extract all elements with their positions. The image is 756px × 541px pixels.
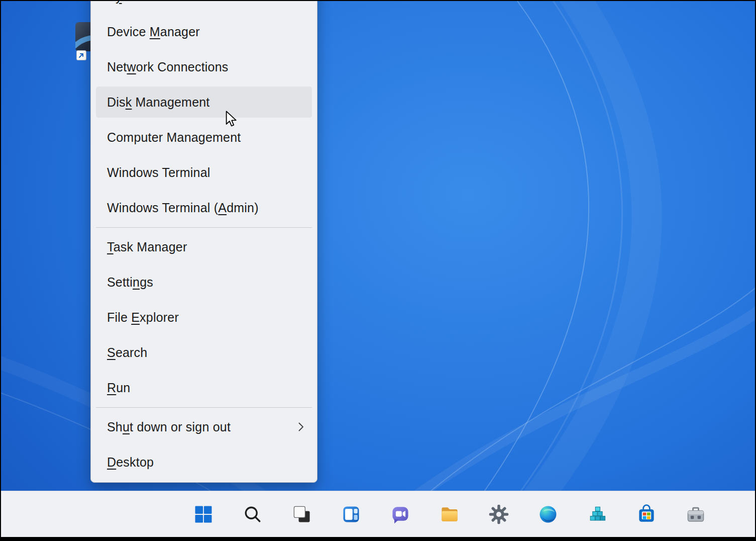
taskbar-button-chat[interactable] [389, 503, 412, 526]
taskbar-button-server-stack[interactable] [586, 503, 609, 526]
menu-item-label: System [107, 0, 150, 4]
widgets-icon [340, 503, 362, 525]
taskbar-button-widgets[interactable] [340, 503, 363, 526]
label-post: t down or sign out [130, 420, 231, 434]
label-accesskey: S [107, 345, 116, 359]
menu-item-label: Disk Management [107, 95, 210, 110]
menu-item-windows-terminal-admin[interactable]: Windows Terminal (Admin) [91, 190, 317, 225]
taskbar-icons [192, 503, 707, 526]
label-pre: Net [107, 60, 127, 74]
taskbar-button-settings[interactable] [487, 503, 510, 526]
label-post: ork Connections [136, 60, 229, 74]
taskbar-button-task-view[interactable] [290, 503, 313, 526]
chat-icon [389, 503, 411, 525]
edge-browser-icon [537, 503, 559, 525]
folder-icon [439, 503, 461, 525]
label-accesskey: n [133, 275, 140, 289]
menu-item-label: Task Manager [107, 240, 187, 254]
menu-item-label: Search [107, 345, 147, 360]
menu-item-label: Windows Terminal (Admin) [107, 201, 259, 215]
screen-bottom-border [0, 537, 756, 541]
label-accesskey: A [218, 201, 227, 215]
toolbox-icon [685, 503, 707, 525]
gear-icon [488, 503, 510, 525]
menu-item-label: Shut down or sign out [107, 420, 231, 434]
label-accesskey: u [123, 420, 130, 434]
menu-separator [91, 225, 317, 229]
menu-item-task-manager[interactable]: Task Manager [91, 229, 317, 264]
label-pre: Sh [107, 420, 123, 434]
taskbar-button-start[interactable] [192, 503, 215, 526]
taskbar-button-microsoft-store[interactable] [635, 503, 658, 526]
windows-start-icon [192, 503, 214, 525]
label-pre: Computer Management [107, 130, 241, 144]
menu-item-label: File Explorer [107, 310, 179, 325]
winx-quick-link-menu: System Device Manager Network Connection… [90, 0, 317, 483]
label-accesskey: M [150, 25, 160, 39]
label-post: un [116, 381, 130, 395]
taskbar-button-search[interactable] [241, 503, 264, 526]
label-accesskey: R [107, 381, 116, 395]
label-accesskey: y [116, 0, 122, 4]
taskbar-button-edge[interactable] [536, 503, 560, 526]
task-view-icon [291, 503, 313, 525]
menu-item-desktop[interactable]: Desktop [91, 444, 317, 480]
menu-item-label: Network Connections [107, 60, 228, 74]
menu-item-search[interactable]: Search [91, 335, 317, 370]
menu-item-shutdown[interactable]: Shut down or sign out [91, 409, 317, 444]
menu-item-disk-management[interactable]: Disk Management [91, 84, 317, 120]
menu-separator [91, 405, 317, 409]
label-post: anager [160, 25, 200, 39]
label-pre: Setti [107, 275, 133, 289]
label-pre: Windows Terminal [107, 165, 210, 179]
store-bag-icon [635, 503, 658, 525]
taskbar-button-toolbox[interactable] [684, 503, 707, 526]
menu-item-run[interactable]: Run [91, 370, 317, 405]
submenu-chevron-icon [298, 422, 304, 432]
label-pre: Dis [107, 95, 126, 109]
menu-item-settings[interactable]: Settings [91, 264, 317, 300]
label-post: xplorer [140, 310, 179, 324]
shortcut-arrow-icon [76, 50, 86, 60]
menu-item-windows-terminal[interactable]: Windows Terminal [91, 155, 317, 190]
search-icon [242, 503, 264, 525]
label-pre: Device [107, 25, 150, 39]
label-post: stem [122, 0, 150, 4]
cubes-stack-icon [586, 503, 608, 525]
label-post: gs [140, 275, 153, 289]
label-post: Management [132, 95, 209, 109]
menu-item-label: Run [107, 381, 130, 395]
label-accesskey: E [131, 310, 140, 324]
label-post: earch [116, 345, 148, 359]
menu-item-label: Windows Terminal [107, 165, 210, 180]
menu-item-label: Device Manager [107, 25, 200, 39]
label-post: esktop [116, 455, 154, 469]
label-accesskey: k [126, 95, 132, 109]
menu-item-system[interactable]: System [91, 0, 317, 14]
label-pre: S [107, 0, 116, 4]
label-accesskey: D [107, 455, 116, 469]
label-post: ask Manager [114, 240, 187, 254]
menu-item-computer-management[interactable]: Computer Management [91, 120, 317, 155]
menu-item-device-manager[interactable]: Device Manager [91, 14, 317, 49]
menu-item-network-connections[interactable]: Network Connections [91, 49, 317, 84]
label-accesskey: w [127, 60, 136, 74]
label-pre: Windows Terminal ( [107, 201, 218, 215]
menu-item-label: Settings [107, 275, 153, 290]
menu-item-label: Computer Management [107, 130, 241, 145]
menu-item-file-explorer[interactable]: File Explorer [91, 300, 317, 335]
menu-item-label: Desktop [107, 455, 154, 470]
taskbar [0, 491, 756, 537]
taskbar-button-file-explorer[interactable] [438, 503, 461, 526]
label-pre: File [107, 310, 131, 324]
label-accesskey: T [107, 240, 114, 254]
label-post: dmin) [227, 201, 259, 215]
